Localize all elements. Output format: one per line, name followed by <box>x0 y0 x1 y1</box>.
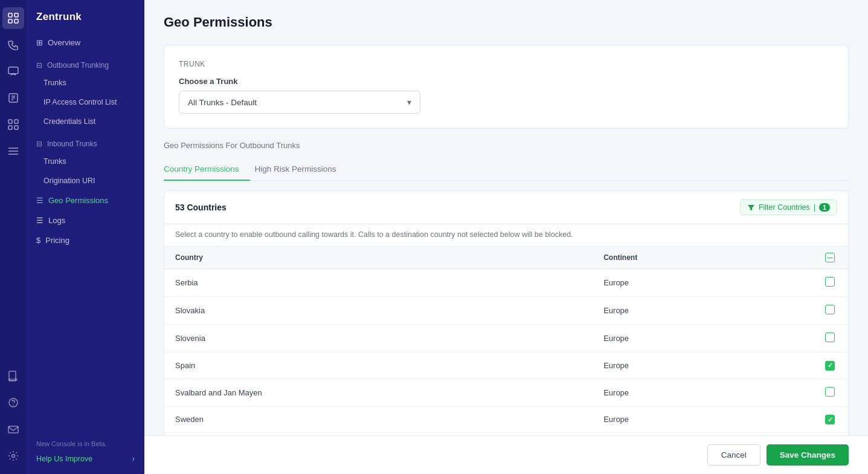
country-continent: Europe <box>593 325 812 352</box>
table-row: SpainEurope <box>164 352 848 379</box>
col-continent: Continent <box>593 247 812 269</box>
svg-rect-0 <box>8 13 12 17</box>
sidebar-bottom: New Console is in Beta. Help Us Improve … <box>27 433 144 474</box>
svg-point-12 <box>13 404 14 406</box>
geo-perms-section: Geo Permissions For Outbound Trunks Coun… <box>164 141 849 435</box>
country-checkbox-slovenia[interactable] <box>825 333 835 342</box>
country-checkbox-sweden[interactable] <box>825 415 835 424</box>
col-country: Country <box>164 247 593 269</box>
logs-icon: ☰ <box>36 216 43 225</box>
chevron-down-icon: ▾ <box>407 97 411 107</box>
nav-sidebar: Zentrunk ⊞ Overview ⊟ Outbound Trunking … <box>27 0 144 474</box>
country-checkbox-cell <box>812 325 848 352</box>
filter-countries-button[interactable]: Filter Countries | 1 <box>740 200 837 215</box>
svg-point-14 <box>12 455 15 458</box>
badge-icon[interactable] <box>2 87 24 109</box>
trunk-dropdown[interactable]: All Trunks - Default ▾ <box>179 91 420 114</box>
permissions-tabs: Country Permissions High Risk Permission… <box>164 158 849 181</box>
choose-trunk-label: Choose a Trunk <box>179 77 834 86</box>
svg-rect-8 <box>8 126 12 129</box>
sidebar-item-overview[interactable]: ⊞ Overview <box>27 33 144 53</box>
country-name: Spain <box>164 352 593 379</box>
svg-rect-1 <box>14 13 18 17</box>
tab-country-permissions[interactable]: Country Permissions <box>164 158 250 181</box>
svg-rect-7 <box>14 120 18 123</box>
grid-icon[interactable] <box>2 114 24 135</box>
country-checkbox-cell <box>812 352 848 379</box>
help-improve-link[interactable]: Help Us Improve › <box>36 451 135 467</box>
settings-icon[interactable] <box>2 445 24 467</box>
sidebar-item-geo-permissions[interactable]: ☰ Geo Permissions <box>27 190 144 210</box>
filter-icon <box>747 204 755 212</box>
pricing-icon: $ <box>36 236 40 245</box>
save-changes-button[interactable]: Save Changes <box>767 444 849 466</box>
country-name: Serbia <box>164 269 593 297</box>
country-continent: Europe <box>593 406 812 433</box>
sidebar-item-pricing[interactable]: $ Pricing <box>27 230 144 250</box>
geo-perms-section-title: Geo Permissions For Outbound Trunks <box>164 141 849 150</box>
country-checkbox-cell <box>812 269 848 297</box>
sidebar-item-origination-uri[interactable]: Origination URI <box>27 171 144 190</box>
filter-badge: 1 <box>819 203 830 212</box>
country-name: Svalbard and Jan Mayen <box>164 378 593 406</box>
content-area: Geo Permissions Trunk Choose a Trunk All… <box>144 0 868 435</box>
svg-rect-9 <box>14 126 18 129</box>
sidebar-item-outbound-header: ⊟ Outbound Trunking <box>27 53 144 73</box>
mail-icon[interactable] <box>2 418 24 440</box>
country-checkbox-cell <box>812 378 848 406</box>
outbound-icon: ⊟ <box>36 61 42 70</box>
messages-icon[interactable] <box>2 60 24 82</box>
svg-rect-13 <box>8 426 18 433</box>
svg-rect-4 <box>8 67 18 74</box>
country-name: Slovakia <box>164 297 593 325</box>
select-all-checkbox[interactable] <box>825 253 835 262</box>
table-row: SwedenEurope <box>164 406 848 433</box>
contacts-icon[interactable] <box>2 140 24 162</box>
geo-permissions-icon: ☰ <box>36 196 43 205</box>
help-improve-arrow-icon: › <box>132 455 135 463</box>
country-checkbox-svalbard-and-jan-mayen[interactable] <box>825 387 835 397</box>
table-header-row: 53 Countries Filter Countries | 1 <box>164 191 848 224</box>
sidebar-item-inbound-trunks[interactable]: Trunks <box>27 152 144 171</box>
dashboard-icon[interactable] <box>2 7 24 29</box>
trunk-card: Trunk Choose a Trunk All Trunks - Defaul… <box>164 45 849 129</box>
country-checkbox-cell <box>812 406 848 433</box>
nav-section-outbound: ⊟ Outbound Trunking Trunks IP Access Con… <box>27 53 144 131</box>
sidebar-item-logs[interactable]: ☰ Logs <box>27 210 144 230</box>
country-checkbox-cell <box>812 297 848 325</box>
book-icon[interactable] <box>2 365 24 387</box>
sidebar-item-ip-acl[interactable]: IP Access Control List <box>27 93 144 112</box>
table-row: Svalbard and Jan MayenEurope <box>164 378 848 406</box>
nav-section-overview: ⊞ Overview <box>27 33 144 53</box>
phone-icon[interactable] <box>2 34 24 56</box>
sidebar-item-trunks[interactable]: Trunks <box>27 73 144 93</box>
table-row: SloveniaEurope <box>164 325 848 352</box>
country-continent: Europe <box>593 269 812 297</box>
sidebar-item-credentials[interactable]: Credentials List <box>27 112 144 131</box>
svg-rect-2 <box>8 19 12 23</box>
overview-icon: ⊞ <box>36 38 43 47</box>
country-checkbox-serbia[interactable] <box>825 277 835 287</box>
help-circle-icon[interactable] <box>2 392 24 414</box>
sidebar-item-inbound-header: ⊟ Inbound Trunks <box>27 131 144 152</box>
table-row: SerbiaEurope <box>164 269 848 297</box>
svg-point-11 <box>9 398 18 407</box>
nav-section-inbound: ⊟ Inbound Trunks Trunks Origination URI <box>27 131 144 190</box>
footer-actions: Cancel Save Changes <box>144 435 868 474</box>
tab-high-risk-permissions[interactable]: High Risk Permissions <box>255 158 347 181</box>
countries-table: Country Continent SerbiaEuropeSlovakiaEu… <box>164 247 848 435</box>
page-title: Geo Permissions <box>164 15 849 30</box>
countries-count: 53 Countries <box>175 203 227 212</box>
svg-rect-3 <box>14 19 18 23</box>
cancel-button[interactable]: Cancel <box>707 444 760 466</box>
country-checkbox-spain[interactable] <box>825 361 835 371</box>
col-checkbox-header <box>812 247 848 269</box>
table-row: SlovakiaEurope <box>164 297 848 325</box>
table-header: Country Continent <box>164 247 848 269</box>
country-continent: Europe <box>593 352 812 379</box>
svg-rect-10 <box>9 371 16 381</box>
table-description: Select a country to enable outbound call… <box>164 224 848 247</box>
beta-text: New Console is in Beta. <box>36 440 135 447</box>
country-checkbox-slovakia[interactable] <box>825 305 835 314</box>
svg-rect-6 <box>8 120 12 123</box>
